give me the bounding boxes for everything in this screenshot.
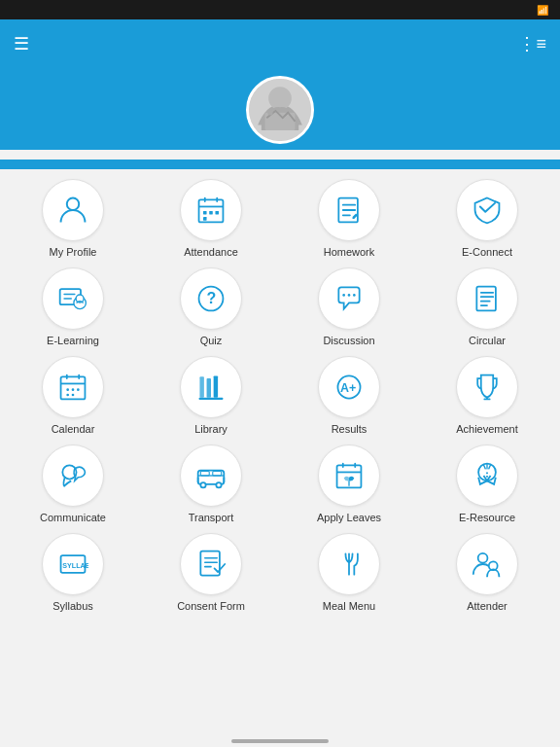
attendance-label: Attendance xyxy=(184,246,238,258)
grid-item-quiz[interactable]: ? Quiz xyxy=(146,267,276,346)
grid-item-circular[interactable]: Circular xyxy=(422,267,552,346)
attender-label: Attender xyxy=(467,600,508,612)
library-label: Library xyxy=(194,423,228,435)
grid-item-results[interactable]: A+ Results xyxy=(284,356,414,435)
svg-rect-7 xyxy=(209,211,213,215)
transport-icon-circle xyxy=(180,445,242,507)
grid-item-e-learning[interactable]: E-Learning xyxy=(8,267,138,346)
quiz-label: Quiz xyxy=(200,335,223,346)
svg-point-24 xyxy=(66,394,69,397)
communicate-label: Communicate xyxy=(40,512,106,523)
svg-rect-9 xyxy=(203,217,207,221)
attendance-icon-circle xyxy=(180,179,242,241)
homework-icon-circle xyxy=(318,179,380,241)
status-right: 📶 xyxy=(537,5,552,16)
grid-item-homework[interactable]: Homework xyxy=(284,179,414,258)
app-grid: My Profile Attendance Homework E-Connect… xyxy=(0,169,560,622)
achievement-icon-circle xyxy=(456,356,518,418)
achievement-label: Achievement xyxy=(456,423,518,435)
grid-item-apply-leaves[interactable]: Apply Leaves xyxy=(284,445,414,523)
svg-point-17 xyxy=(348,294,351,297)
grid-item-meal-menu[interactable]: Meal Menu xyxy=(284,533,414,612)
wifi-icon: 📶 xyxy=(537,5,548,16)
meal-menu-label: Meal Menu xyxy=(323,600,375,612)
profile-section xyxy=(0,68,560,169)
grid-item-achievement[interactable]: Achievement xyxy=(422,356,552,435)
svg-rect-29 xyxy=(199,398,224,400)
list-icon[interactable]: ⋮≡ xyxy=(518,33,546,54)
status-bar: 📶 xyxy=(0,0,560,19)
results-icon-circle: A+ xyxy=(318,356,380,418)
discussion-icon-circle xyxy=(318,267,380,330)
grid-item-syllabus[interactable]: SYLLABUS Syllabus xyxy=(8,533,138,612)
svg-text:SYLLABUS: SYLLABUS xyxy=(62,562,88,570)
app-header: ☰ ⋮≡ xyxy=(0,19,560,68)
attender-icon-circle xyxy=(456,533,518,595)
e-resource-icon-circle xyxy=(456,445,518,507)
svg-point-21 xyxy=(66,388,69,391)
svg-point-4 xyxy=(67,198,79,210)
svg-point-23 xyxy=(77,388,80,391)
e-learning-label: E-Learning xyxy=(47,335,99,346)
svg-point-37 xyxy=(216,482,221,487)
grid-item-attendance[interactable]: Attendance xyxy=(146,179,276,258)
grid-item-attender[interactable]: Attender xyxy=(422,533,552,612)
svg-rect-8 xyxy=(215,211,219,215)
svg-text:?: ? xyxy=(207,290,217,306)
grid-item-e-resource[interactable]: E-Resource xyxy=(422,445,552,523)
svg-point-1 xyxy=(268,87,292,110)
home-indicator xyxy=(231,739,329,743)
consent-form-icon-circle xyxy=(180,533,242,595)
grid-item-transport[interactable]: Transport xyxy=(146,445,276,523)
my-profile-label: My Profile xyxy=(50,246,97,258)
status-time xyxy=(8,5,11,16)
homework-label: Homework xyxy=(324,246,375,258)
svg-rect-6 xyxy=(203,211,207,215)
grid-item-e-connect[interactable]: E-Connect xyxy=(422,179,552,258)
svg-rect-28 xyxy=(214,375,218,397)
transport-label: Transport xyxy=(189,512,234,523)
apply-leaves-icon-circle xyxy=(318,445,380,507)
svg-point-25 xyxy=(72,394,75,397)
svg-point-18 xyxy=(353,294,356,297)
svg-text:A+: A+ xyxy=(340,381,356,395)
circular-icon-circle xyxy=(456,267,518,330)
e-resource-label: E-Resource xyxy=(459,512,515,523)
svg-point-43 xyxy=(478,553,488,563)
apply-leaves-label: Apply Leaves xyxy=(317,512,381,523)
syllabus-icon-circle: SYLLABUS xyxy=(42,533,104,595)
grid-item-library[interactable]: Library xyxy=(146,356,276,435)
consent-form-label: Consent Form xyxy=(177,600,245,612)
discussion-label: Discussion xyxy=(323,335,374,346)
meal-menu-icon-circle xyxy=(318,533,380,595)
quiz-icon-circle: ? xyxy=(180,267,242,330)
e-connect-icon-circle xyxy=(456,179,518,241)
profile-name xyxy=(0,150,560,160)
grid-item-calendar[interactable]: Calendar xyxy=(8,356,138,435)
svg-point-3 xyxy=(267,110,272,115)
svg-rect-27 xyxy=(207,378,211,398)
grid-item-discussion[interactable]: Discussion xyxy=(284,267,414,346)
grid-item-communicate[interactable]: Communicate xyxy=(8,445,138,523)
svg-rect-19 xyxy=(476,287,496,311)
calendar-icon-circle xyxy=(42,356,104,418)
grid-item-my-profile[interactable]: My Profile xyxy=(8,179,138,258)
circular-label: Circular xyxy=(469,335,506,346)
hamburger-icon[interactable]: ☰ xyxy=(14,33,29,54)
syllabus-label: Syllabus xyxy=(52,600,93,612)
calendar-label: Calendar xyxy=(52,423,95,435)
e-learning-icon-circle xyxy=(42,267,104,330)
avatar xyxy=(246,76,314,144)
my-profile-icon-circle xyxy=(42,179,104,241)
avatar-image-icon xyxy=(249,79,311,141)
results-label: Results xyxy=(332,423,368,435)
svg-point-22 xyxy=(72,388,75,391)
svg-point-36 xyxy=(200,482,205,487)
library-icon-circle xyxy=(180,356,242,418)
svg-rect-5 xyxy=(199,199,224,222)
communicate-icon-circle xyxy=(42,445,104,507)
svg-point-16 xyxy=(342,294,345,297)
e-connect-label: E-Connect xyxy=(462,246,512,258)
svg-rect-26 xyxy=(199,376,203,397)
grid-item-consent-form[interactable]: Consent Form xyxy=(146,533,276,612)
